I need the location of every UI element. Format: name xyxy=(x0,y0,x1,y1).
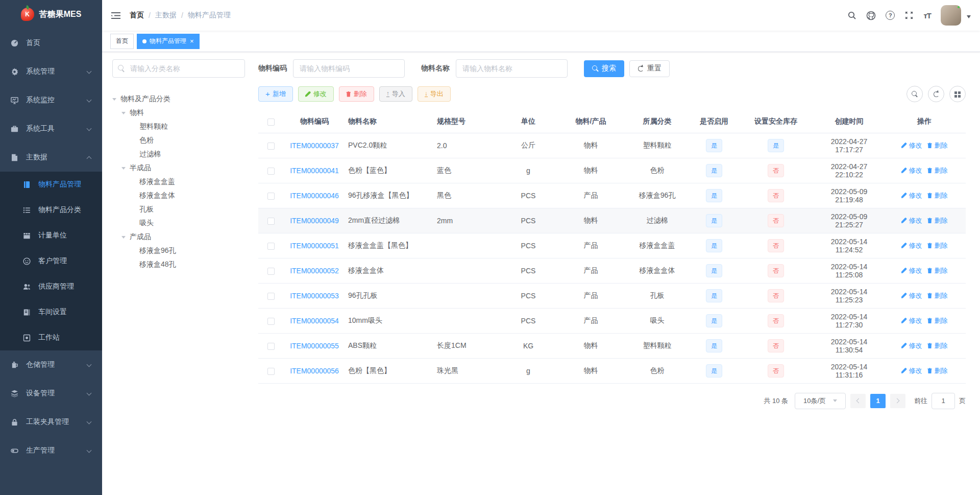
tree-node-group[interactable]: 半成品 xyxy=(112,161,245,175)
item-code-link[interactable]: ITEM00000049 xyxy=(290,217,339,225)
row-checkbox[interactable] xyxy=(267,218,275,225)
sidebar-item-system-monitor[interactable]: 系统监控 xyxy=(0,86,102,114)
item-code-link[interactable]: ITEM00000051 xyxy=(290,242,339,250)
prev-page-button[interactable] xyxy=(850,394,866,408)
avatar[interactable] xyxy=(941,5,961,26)
sidebar-item-workstation[interactable]: 工作站 xyxy=(0,325,102,350)
row-edit-button[interactable]: 修改 xyxy=(901,141,922,150)
tree-node-leaf[interactable]: 移液盒48孔 xyxy=(112,257,245,271)
row-checkbox[interactable] xyxy=(267,268,275,275)
row-edit-button[interactable]: 修改 xyxy=(901,216,922,225)
font-size-icon[interactable]: тT xyxy=(923,11,931,20)
sidebar-collapse-icon[interactable] xyxy=(111,12,120,19)
sidebar-item-system-mgmt[interactable]: 系统管理 xyxy=(0,57,102,86)
columns-button[interactable] xyxy=(949,86,966,102)
export-button[interactable]: ↓导出 xyxy=(418,86,451,102)
sidebar-item-master-data[interactable]: 主数据 xyxy=(0,143,102,172)
row-checkbox[interactable] xyxy=(267,243,275,250)
sidebar-item-home[interactable]: 首页 xyxy=(0,29,102,57)
item-code-link[interactable]: ITEM00000037 xyxy=(290,142,339,150)
sidebar-item-material-product-mgmt[interactable]: 物料产品管理 xyxy=(0,172,102,197)
delete-button[interactable]: 删除 xyxy=(339,86,374,102)
item-code-link[interactable]: ITEM00000055 xyxy=(290,342,339,350)
row-checkbox[interactable] xyxy=(267,168,275,175)
tree-node-group[interactable]: 物料 xyxy=(112,106,245,120)
row-delete-button[interactable]: 删除 xyxy=(927,166,948,175)
row-delete-button[interactable]: 删除 xyxy=(927,266,948,275)
page-1-button[interactable]: 1 xyxy=(870,394,886,408)
item-code-link[interactable]: ITEM00000046 xyxy=(290,192,339,200)
caret-down-icon[interactable] xyxy=(967,15,971,20)
edit-button[interactable]: 修改 xyxy=(298,86,334,102)
next-page-button[interactable] xyxy=(890,394,905,408)
tree-node-leaf[interactable]: 吸头 xyxy=(112,216,245,230)
item-code-link[interactable]: ITEM00000056 xyxy=(290,367,339,375)
item-code-link[interactable]: ITEM00000041 xyxy=(290,167,339,175)
sidebar-item-supplier-mgmt[interactable]: 供应商管理 xyxy=(0,274,102,299)
app-logo[interactable]: K 苦糖果MES xyxy=(0,0,102,29)
row-edit-button[interactable]: 修改 xyxy=(901,316,922,325)
row-delete-button[interactable]: 删除 xyxy=(927,216,948,225)
tree-node-group[interactable]: 产成品 xyxy=(112,230,245,244)
tree-node-leaf[interactable]: 移液盒96孔 xyxy=(112,244,245,257)
row-edit-button[interactable]: 修改 xyxy=(901,341,922,350)
breadcrumb-home[interactable]: 首页 xyxy=(130,11,144,20)
close-icon[interactable]: × xyxy=(190,38,194,44)
help-icon[interactable] xyxy=(886,11,895,20)
fullscreen-icon[interactable] xyxy=(904,11,914,20)
reset-button[interactable]: 重置 xyxy=(629,60,670,77)
row-delete-button[interactable]: 删除 xyxy=(927,316,948,325)
item-code-link[interactable]: ITEM00000052 xyxy=(290,267,339,275)
row-checkbox[interactable] xyxy=(267,193,275,200)
tree-node-root[interactable]: 物料及产品分类 xyxy=(112,92,245,106)
tree-node-leaf[interactable]: 移液盒盒盖 xyxy=(112,175,245,188)
row-delete-button[interactable]: 删除 xyxy=(927,291,948,300)
item-code-link[interactable]: ITEM00000053 xyxy=(290,292,339,300)
tree-node-leaf[interactable]: 移液盒盒体 xyxy=(112,188,245,202)
row-edit-button[interactable]: 修改 xyxy=(901,166,922,175)
row-edit-button[interactable]: 修改 xyxy=(901,266,922,275)
row-edit-button[interactable]: 修改 xyxy=(901,191,922,200)
item-code-link[interactable]: ITEM00000054 xyxy=(290,317,339,325)
sidebar-item-tooling-fixture-mgmt[interactable]: 工装夹具管理 xyxy=(0,408,102,436)
row-delete-button[interactable]: 删除 xyxy=(927,191,948,200)
row-edit-button[interactable]: 修改 xyxy=(901,366,922,375)
material-name-input[interactable] xyxy=(456,59,568,78)
sidebar-item-material-product-category[interactable]: 物料产品分类 xyxy=(0,197,102,223)
category-search-input[interactable] xyxy=(112,59,245,78)
github-icon[interactable] xyxy=(866,11,876,20)
tab-material-product-mgmt[interactable]: 物料产品管理 × xyxy=(137,34,200,49)
refresh-button[interactable] xyxy=(928,86,944,102)
material-code-input[interactable] xyxy=(293,59,405,78)
row-checkbox[interactable] xyxy=(267,368,275,375)
search-icon[interactable] xyxy=(847,11,856,20)
row-checkbox[interactable] xyxy=(267,318,275,325)
breadcrumb-master-data[interactable]: 主数据 xyxy=(155,11,177,20)
row-checkbox[interactable] xyxy=(267,293,275,300)
search-button[interactable]: 搜索 xyxy=(584,60,624,77)
row-delete-button[interactable]: 删除 xyxy=(927,366,948,375)
sidebar-item-measure-unit[interactable]: 计量单位 xyxy=(0,223,102,248)
tree-node-leaf[interactable]: 色粉 xyxy=(112,133,245,147)
goto-page-input[interactable] xyxy=(932,393,955,409)
import-button[interactable]: ↑导入 xyxy=(379,86,412,102)
tab-home[interactable]: 首页 xyxy=(110,34,134,49)
tree-node-leaf[interactable]: 塑料颗粒 xyxy=(112,120,245,133)
sidebar-item-production-mgmt[interactable]: 生产管理 xyxy=(0,436,102,465)
tree-node-leaf[interactable]: 孔板 xyxy=(112,202,245,216)
row-delete-button[interactable]: 删除 xyxy=(927,341,948,350)
row-delete-button[interactable]: 删除 xyxy=(927,141,948,150)
add-button[interactable]: 新增 xyxy=(258,86,293,102)
row-checkbox[interactable] xyxy=(267,143,275,150)
sidebar-item-system-tools[interactable]: 系统工具 xyxy=(0,114,102,143)
sidebar-item-equipment-mgmt[interactable]: 设备管理 xyxy=(0,379,102,408)
sidebar-item-customer-mgmt[interactable]: 客户管理 xyxy=(0,248,102,274)
row-edit-button[interactable]: 修改 xyxy=(901,241,922,250)
select-all-checkbox[interactable] xyxy=(267,119,275,126)
row-delete-button[interactable]: 删除 xyxy=(927,241,948,250)
row-checkbox[interactable] xyxy=(267,343,275,350)
tree-node-leaf[interactable]: 过滤棉 xyxy=(112,147,245,161)
page-size-select[interactable]: 10条/页 xyxy=(795,393,846,409)
sidebar-item-workshop-setup[interactable]: 车间设置 xyxy=(0,299,102,325)
row-edit-button[interactable]: 修改 xyxy=(901,291,922,300)
